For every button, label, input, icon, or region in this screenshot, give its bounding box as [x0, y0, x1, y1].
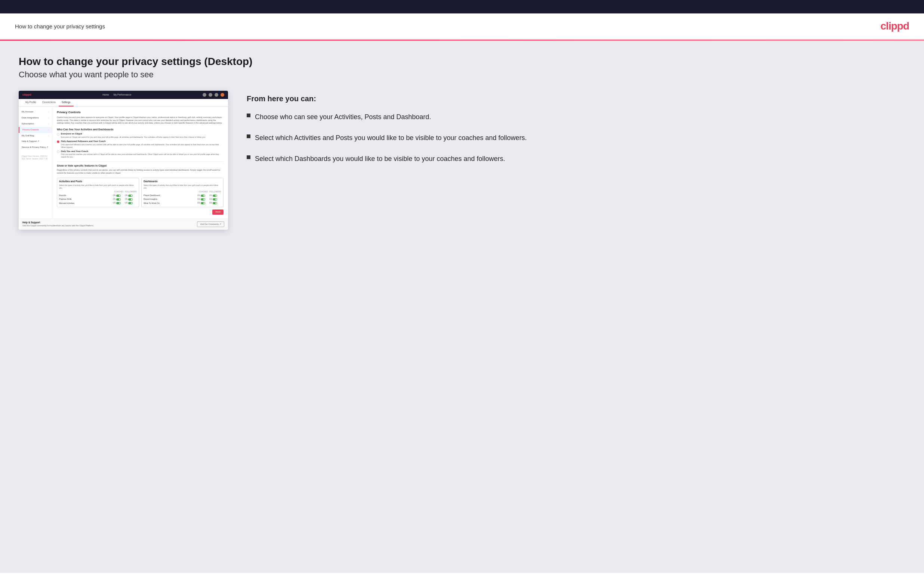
mock-dashboards-desc: Select the types of activity that you'd … — [144, 184, 221, 189]
mock-toggle-manual-coaches[interactable] — [116, 202, 121, 204]
mock-settings-layout: My Account › Data Integrations › Subscri… — [19, 107, 228, 219]
bullet-square-1 — [247, 114, 250, 117]
mock-radio-btn-approved[interactable] — [57, 140, 60, 143]
mock-sidebar-data-integrations[interactable]: Data Integrations › — [19, 115, 52, 121]
mock-save-button[interactable]: Save — [212, 210, 223, 215]
mock-toggle-workson-followers[interactable] — [213, 202, 217, 204]
mock-sidebar: My Account › Data Integrations › Subscri… — [19, 107, 52, 219]
mock-privacy-controls-title: Privacy Controls — [57, 111, 223, 114]
screenshot-mockup: clippd Home My Performance My Profile — [19, 91, 228, 230]
mock-chevron-sub: › — [48, 122, 49, 126]
right-panel: From here you can: Choose who can see yo… — [247, 91, 905, 164]
mock-activities-header: COACHES FOLLOWERS — [59, 190, 137, 193]
mock-dashboard-workson: What To Work On ON ON — [144, 201, 221, 205]
from-here-title: From here you can: — [247, 95, 905, 103]
mock-topbar: clippd Home My Performance — [19, 91, 228, 99]
mock-sidebar-version: Clippd Client Version: 2022.8.2SQL Serve… — [19, 153, 52, 161]
mock-activity-rounds: Rounds ON ON — [59, 194, 137, 198]
mock-chevron-data: › — [48, 116, 49, 119]
mock-tab-myprofile[interactable]: My Profile — [23, 99, 39, 106]
mock-dashboard-player: Player Dashboard ON ON — [144, 194, 221, 198]
mock-nav-tabs: My Profile Connections Settings — [19, 99, 228, 107]
mock-chevron-privacy: › — [48, 129, 49, 131]
bullet-item-3: Select which Dashboards you would like t… — [247, 154, 905, 164]
header-title: How to change your privacy settings — [15, 23, 105, 29]
mock-nav-home: Home — [102, 93, 109, 96]
mock-activity-practice: Practice Drills ON ON — [59, 198, 137, 201]
mock-nav-performance: My Performance — [114, 93, 132, 96]
mock-sidebar-golf-bag[interactable]: My Golf Bag › — [19, 133, 52, 139]
mock-radio-approved[interactable]: Only Approved Followers and Your Coach O… — [57, 140, 223, 148]
bullet-square-3 — [247, 155, 250, 159]
mock-activity-manual: Manual Activities ON ON — [59, 201, 137, 205]
mock-show-hide-title: Show or hide specific features in Clippd — [57, 164, 223, 167]
mock-tab-connections[interactable]: Connections — [39, 99, 59, 106]
mock-avatar — [221, 93, 224, 97]
bullet-item-1: Choose who can see your Activities, Post… — [247, 112, 905, 122]
mock-radio-btn-only-you[interactable] — [57, 150, 60, 153]
bullet-item-2: Select which Activities and Posts you wo… — [247, 133, 905, 143]
footer: Copyright Clippd 2022 — [0, 573, 924, 577]
mock-activities-title: Activities and Posts — [59, 180, 137, 183]
mock-save-row: Save — [57, 210, 223, 215]
mock-help-desc: Visit the Clippd community to troublesho… — [23, 224, 94, 227]
mock-chevron-account: › — [48, 111, 49, 114]
mock-dashboard-insights: Round Insights ON ON — [144, 198, 221, 201]
mock-visit-community-button[interactable]: Visit Our Community ↗ — [197, 221, 224, 227]
bullet-text-1: Choose who can see your Activities, Post… — [255, 112, 431, 122]
logo: clippd — [880, 20, 909, 32]
mock-grid-icon — [208, 93, 212, 97]
page-subheading: Choose what you want people to see — [19, 70, 905, 79]
mock-radio-only-you[interactable]: Only You and Your Coach Only you and the… — [57, 150, 223, 159]
mock-toggle-insights-coaches[interactable] — [201, 198, 205, 201]
mock-activities-box: Activities and Posts Select the types of… — [57, 178, 139, 207]
mock-radio-group: Everyone on Clippd Everyone on Clippd ca… — [57, 132, 223, 158]
mock-activities-desc: Select the types of activity that you'd … — [59, 184, 137, 189]
mock-nav: Home My Performance — [102, 93, 131, 96]
bullet-square-2 — [247, 134, 250, 138]
mock-sidebar-subscription[interactable]: Subscription › — [19, 121, 52, 127]
mock-sidebar-my-account[interactable]: My Account › — [19, 109, 52, 115]
mock-show-hide-desc: Regardless of the privacy controls that … — [57, 169, 223, 174]
mock-sidebar-service-privacy[interactable]: Service & Privacy Policy ↗ — [19, 145, 52, 150]
header: How to change your privacy settings clip… — [0, 13, 924, 40]
mock-app: clippd Home My Performance My Profile — [19, 91, 228, 230]
mock-toggle-rounds-followers[interactable] — [128, 195, 133, 197]
mock-toggle-rounds-coaches[interactable] — [116, 195, 121, 197]
mock-toggle-workson-coaches[interactable] — [201, 202, 205, 204]
bullet-text-2: Select which Activities and Posts you wo… — [255, 133, 527, 143]
mock-dashboards-box: Dashboards Select the types of activity … — [141, 178, 223, 207]
mock-tab-settings[interactable]: Settings — [59, 99, 74, 106]
mock-radio-btn-everyone[interactable] — [57, 133, 60, 135]
mock-toggle-player-coaches[interactable] — [201, 195, 205, 197]
bullet-text-3: Select which Dashboards you would like t… — [255, 154, 505, 164]
mock-toggle-practice-followers[interactable] — [128, 198, 133, 201]
page-heading: How to change your privacy settings (Des… — [19, 56, 905, 68]
mock-topbar-icons — [203, 93, 224, 97]
mock-who-can-see-title: Who Can See Your Activities and Dashboar… — [57, 128, 223, 131]
content-row: clippd Home My Performance My Profile — [19, 91, 905, 230]
mock-help-title: Help & Support — [23, 221, 94, 224]
mock-toggle-insights-followers[interactable] — [213, 198, 217, 201]
mock-search-icon — [203, 93, 206, 97]
mock-toggle-row: Activities and Posts Select the types of… — [57, 178, 223, 207]
mock-dashboards-title: Dashboards — [144, 180, 221, 183]
mock-divider — [57, 161, 223, 162]
mock-chevron-golf: › — [48, 134, 49, 137]
mock-help-section: Help & Support Visit the Clippd communit… — [19, 219, 228, 230]
bullet-list: Choose who can see your Activities, Post… — [247, 112, 905, 164]
top-bar — [0, 0, 924, 13]
mock-privacy-desc: Control how you and your data appears to… — [57, 116, 223, 125]
mock-radio-everyone[interactable]: Everyone on Clippd Everyone on Clippd ca… — [57, 132, 223, 139]
mock-logo: clippd — [23, 93, 31, 97]
mock-main-panel: Privacy Controls Control how you and you… — [52, 107, 228, 219]
main-content: How to change your privacy settings (Des… — [0, 41, 924, 573]
mock-bell-icon — [215, 93, 218, 97]
mock-toggle-manual-followers[interactable] — [128, 202, 133, 204]
mock-dashboards-header: COACHES FOLLOWERS — [144, 190, 221, 193]
mock-toggle-player-followers[interactable] — [213, 195, 217, 197]
mock-sidebar-privacy-controls[interactable]: Privacy Controls › — [19, 127, 52, 133]
mock-sidebar-help-support[interactable]: Help & Support ↗ — [19, 139, 52, 145]
mock-toggle-practice-coaches[interactable] — [116, 198, 121, 201]
